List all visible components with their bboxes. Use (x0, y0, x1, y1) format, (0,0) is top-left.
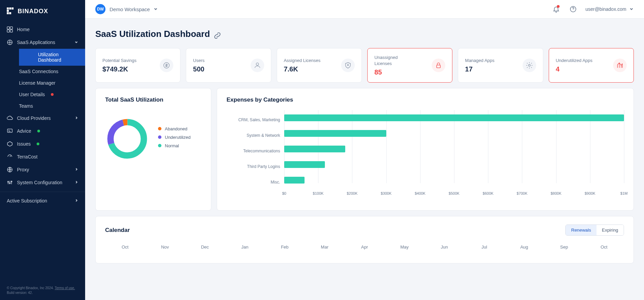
bar[interactable] (284, 146, 345, 152)
nav-issues[interactable]: Issues (0, 137, 85, 150)
home-icon (7, 26, 13, 33)
workspace-switcher[interactable]: Demo Workspace (110, 6, 158, 12)
card-title: Total SaaS Utilization (105, 97, 201, 103)
kpi-label: Assigned Licenses (284, 58, 320, 64)
month-label: Nov (145, 244, 185, 250)
lock-icon (432, 59, 445, 72)
chevron-right-icon (74, 167, 78, 172)
nav-saas-applications[interactable]: SaaS Applications (0, 36, 85, 49)
page-title-text: SaaS Utilization Dashboard (95, 29, 210, 39)
brand-name: BINADOX (18, 8, 48, 15)
divider (0, 192, 85, 192)
nav-saas-connections[interactable]: SaaS Connections (19, 66, 85, 77)
svg-point-15 (11, 181, 12, 182)
bar[interactable] (284, 161, 325, 168)
kpi-label: Underutilized Apps (556, 58, 592, 64)
nav-label: SaaS Applications (17, 40, 55, 45)
nav-label: Active Subscription (7, 198, 47, 203)
nav-label: SaaS Connections (19, 69, 58, 74)
tab-expiring[interactable]: Expiring (597, 225, 624, 235)
help-button[interactable] (568, 4, 578, 14)
donut-chart[interactable] (105, 117, 149, 161)
settings-icon (7, 179, 13, 186)
nav-advice[interactable]: Advice (0, 125, 85, 137)
notifications-button[interactable] (551, 4, 561, 14)
kpi-value: 500 (193, 65, 204, 73)
bar[interactable] (284, 114, 624, 121)
svg-rect-3 (7, 10, 9, 12)
kpi-managed-apps[interactable]: Managed Apps17 (458, 48, 543, 83)
bar[interactable] (284, 130, 386, 137)
kpi-label: Users (193, 58, 204, 64)
svg-rect-6 (7, 27, 9, 29)
tab-renewals[interactable]: Renewals (566, 225, 597, 235)
proxy-icon (7, 167, 13, 173)
nav-saas-submenu: Utilization Dashboard SaaS Connections L… (0, 49, 85, 112)
nav-license-manager[interactable]: License Manager (19, 77, 85, 89)
x-tick-label: $300K (381, 191, 392, 195)
nav-home[interactable]: Home (0, 23, 85, 36)
status-dot-icon (37, 130, 40, 132)
month-label: May (385, 244, 425, 250)
month-label: Feb (265, 244, 305, 250)
brand-logo-icon (7, 7, 15, 15)
expenses-by-categories-card: Expenses by Categories CRM, Sales, Marke… (217, 88, 634, 211)
month-label: Sep (544, 244, 584, 250)
legend-item[interactable]: Normal (158, 143, 191, 148)
legend-item[interactable]: Abandoned (158, 126, 191, 131)
kpi-assigned-licenses[interactable]: Assigned Licenses7.6K (277, 48, 362, 83)
kpi-row: Potential Savings$749.2K Users500 Assign… (95, 48, 634, 83)
kpi-value: 17 (465, 65, 494, 73)
nav-cloud-providers[interactable]: Cloud Providers (0, 112, 85, 125)
nav-label: Teams (19, 103, 33, 109)
svg-point-21 (528, 64, 530, 66)
month-label: Oct (105, 244, 145, 250)
share-link-button[interactable] (214, 31, 221, 38)
nav-active-subscription[interactable]: Active Subscription (0, 195, 85, 207)
legend-label: Abandoned (165, 126, 188, 131)
page-title: SaaS Utilization Dashboard (95, 29, 634, 39)
svg-rect-11 (7, 129, 12, 132)
kpi-users[interactable]: Users500 (186, 48, 271, 83)
sidebar: BINADOX Home SaaS Applications Utilizati… (0, 0, 85, 300)
nav-system-configuration[interactable]: System Configuration (0, 176, 85, 189)
workspace-name: Demo Workspace (110, 6, 150, 12)
nav-user-details[interactable]: User Details (19, 89, 85, 100)
brand-logo[interactable]: BINADOX (0, 0, 85, 23)
svg-rect-5 (9, 12, 11, 14)
nav-label: Proxy (17, 167, 29, 172)
nav-label: Cloud Providers (17, 115, 51, 121)
svg-rect-7 (10, 27, 13, 29)
nav-label: Home (17, 27, 30, 32)
bar-category-label: Telecommunications (227, 143, 284, 159)
svg-rect-1 (9, 7, 11, 9)
main: DW Demo Workspace user@binadox.com (85, 0, 644, 300)
bar[interactable] (284, 177, 305, 184)
month-label: Mar (305, 244, 345, 250)
footer-note: © Copyright Binadox, Inc 2024. Terms of … (0, 282, 85, 300)
kpi-unassigned-licenses[interactable]: Unassigned Licenses85 (367, 48, 452, 83)
month-label: Dec (185, 244, 225, 250)
legend-dot-icon (158, 144, 161, 147)
card-title: Calendar (105, 227, 130, 234)
kpi-potential-savings[interactable]: Potential Savings$749.2K (95, 48, 180, 83)
chevron-right-icon (74, 180, 78, 185)
kpi-underutilized-apps[interactable]: Underutilized Apps4 (549, 48, 634, 83)
month-label: Aug (504, 244, 544, 250)
expenses-bar-chart[interactable]: CRM, Sales, MarketingSystem & NetworkTel… (227, 110, 624, 200)
nav-proxy[interactable]: Proxy (0, 163, 85, 176)
nav-utilization-dashboard[interactable]: Utilization Dashboard (19, 49, 85, 66)
nav-terracost[interactable]: TerraCost (0, 150, 85, 163)
x-tick-label: $500K (449, 191, 460, 195)
legend-item[interactable]: Underutilized (158, 135, 191, 140)
nav-label: License Manager (19, 80, 55, 86)
workspace-avatar: DW (95, 4, 105, 14)
card-title: Expenses by Categories (227, 97, 624, 103)
user-menu[interactable]: user@binadox.com (585, 6, 634, 12)
legend-dot-icon (158, 135, 161, 139)
topbar: DW Demo Workspace user@binadox.com (85, 0, 644, 19)
kpi-value: 7.6K (284, 65, 320, 73)
terms-link[interactable]: Terms of use. (55, 286, 75, 290)
nav-teams[interactable]: Teams (19, 100, 85, 112)
copyright-text: © Copyright Binadox, Inc 2024. (7, 286, 54, 290)
